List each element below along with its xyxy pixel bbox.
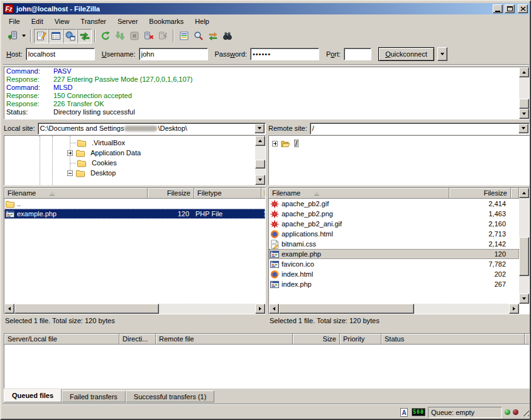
directory-comparison-button[interactable] [191, 29, 205, 43]
scrollbar-track[interactable] [519, 77, 529, 109]
remote-directory-tree[interactable]: / [268, 135, 530, 185]
collapse-icon[interactable] [67, 170, 73, 176]
resize-grip[interactable] [521, 408, 529, 416]
toggle-local-tree-button[interactable] [48, 29, 63, 43]
username-input[interactable] [139, 48, 208, 60]
maximize-button[interactable] [505, 4, 515, 13]
scrollbar-thumb[interactable] [255, 160, 265, 169]
column-header-filename[interactable]: Filename [4, 188, 148, 199]
quickconnect-dropdown[interactable] [437, 47, 447, 61]
file-row[interactable]: index.html202 [269, 269, 519, 279]
toggle-transfer-queue-button[interactable] [77, 29, 92, 43]
menu-file[interactable]: File [3, 16, 26, 26]
scrollbar-thumb[interactable] [14, 304, 159, 314]
disconnect-button[interactable] [141, 29, 156, 43]
menu-help[interactable]: Help [189, 16, 215, 26]
scroll-left-button[interactable] [269, 304, 279, 314]
scroll-up-button[interactable] [255, 136, 265, 146]
minimize-button[interactable] [493, 4, 503, 13]
scroll-down-button[interactable] [519, 294, 529, 304]
local-directory-tree[interactable]: .VirtualBox Application Data Cookies Des… [4, 135, 266, 185]
process-queue-button[interactable] [112, 29, 127, 43]
scroll-right-button[interactable] [255, 304, 265, 314]
directory-filters-button[interactable] [177, 29, 191, 43]
speed-limit-icon[interactable]: 560 [412, 408, 425, 416]
scroll-down-button[interactable] [519, 109, 529, 119]
queue-column-status[interactable]: Status [381, 334, 525, 345]
queue-empty-area[interactable] [4, 345, 529, 388]
toggle-remote-tree-button[interactable] [63, 29, 77, 43]
file-row-example-php[interactable]: example.php 120 PHP File 1 [4, 209, 265, 219]
tab-failed-transfers[interactable]: Failed transfers [62, 390, 126, 402]
column-header-last-modified[interactable]: L [261, 188, 266, 199]
scrollbar-track[interactable] [14, 304, 255, 314]
toggle-message-log-button[interactable] [34, 29, 48, 43]
queue-column-size[interactable]: Size [293, 334, 340, 345]
file-row[interactable]: apache_pb2.gif2,414 [269, 199, 519, 209]
tree-item-root[interactable]: / [272, 138, 298, 148]
find-files-button[interactable] [220, 29, 234, 43]
file-row[interactable]: favicon.ico7,782 [269, 259, 519, 269]
port-input[interactable] [344, 48, 371, 60]
synchronized-browsing-button[interactable] [205, 29, 220, 43]
scroll-left-button[interactable] [4, 304, 14, 314]
menu-transfer[interactable]: Transfer [75, 16, 112, 26]
local-tree-scrollbar[interactable] [255, 136, 265, 185]
tree-item-cookies[interactable]: Cookies [76, 158, 118, 168]
expand-icon[interactable] [272, 141, 278, 146]
refresh-button[interactable] [98, 29, 112, 43]
column-header-filesize[interactable]: Filesize [449, 188, 511, 199]
file-row[interactable]: applications.html2,713 [269, 229, 519, 239]
tree-item-virtualbox[interactable]: .VirtualBox [76, 138, 126, 148]
quickconnect-button[interactable]: Quickconnect [378, 47, 434, 61]
column-header-filesize[interactable]: Filesize [148, 188, 194, 199]
scrollbar-thumb[interactable] [519, 99, 529, 109]
message-log[interactable]: Command:PASV Response:227 Entering Passi… [4, 67, 530, 119]
reconnect-button[interactable] [156, 29, 170, 43]
transfer-type-ascii-icon[interactable] [399, 407, 409, 417]
scrollbar-thumb[interactable] [519, 237, 529, 276]
scroll-up-button[interactable] [519, 67, 529, 77]
file-row-parent-dir[interactable]: .. [4, 199, 265, 209]
queue-column-direction[interactable]: Directi... [119, 334, 156, 345]
file-row[interactable]: index.php267 [269, 279, 519, 289]
tree-item-application-data[interactable]: Application Data [67, 148, 142, 158]
scrollbar-track[interactable] [279, 304, 509, 314]
scrollbar-thumb[interactable] [279, 304, 414, 314]
local-site-combobox[interactable]: C:\Documents and Settings\Desktop\ [38, 123, 266, 135]
file-row[interactable]: bitnami.css2,142 [269, 239, 519, 249]
host-input[interactable] [26, 48, 95, 60]
tab-successful-transfers[interactable]: Successful transfers (1) [126, 390, 215, 402]
title-bar[interactable]: Fz john@localhost - FileZilla [3, 3, 529, 14]
combo-dropdown-button[interactable] [518, 124, 528, 133]
file-row[interactable]: apache_pb2_ani.gif2,160 [269, 219, 519, 229]
combo-dropdown-button[interactable] [255, 124, 265, 133]
log-scrollbar[interactable] [519, 67, 529, 119]
local-list-hscrollbar[interactable] [4, 304, 265, 314]
password-input[interactable] [250, 48, 319, 60]
file-row[interactable]: apache_pb2.png1,463 [269, 209, 519, 219]
menu-bookmarks[interactable]: Bookmarks [143, 16, 189, 26]
scrollbar-track[interactable] [255, 146, 265, 175]
queue-column-remote-file[interactable]: Remote file [156, 334, 293, 345]
scroll-down-button[interactable] [255, 175, 265, 185]
menu-server[interactable]: Server [112, 16, 143, 26]
scroll-right-button[interactable] [509, 304, 519, 314]
remote-list-vscrollbar[interactable] [519, 188, 529, 304]
queue-column-priority[interactable]: Priority [340, 334, 381, 345]
expand-icon[interactable] [67, 150, 73, 156]
close-button[interactable] [518, 4, 528, 13]
site-manager-button[interactable] [5, 29, 19, 43]
menu-edit[interactable]: Edit [26, 16, 49, 26]
remote-site-combobox[interactable]: / [310, 123, 530, 135]
scrollbar-track[interactable] [519, 198, 529, 294]
remote-list-hscrollbar[interactable] [269, 304, 519, 314]
menu-view[interactable]: View [49, 16, 75, 26]
tree-item-desktop[interactable]: Desktop [67, 168, 117, 178]
tab-queued-files[interactable]: Queued files [4, 389, 62, 402]
site-manager-dropdown[interactable] [19, 29, 28, 43]
cancel-operation-button[interactable] [127, 29, 141, 43]
queue-column-server-local-file[interactable]: Server/Local file [4, 334, 119, 345]
column-header-filetype[interactable]: Filetype [194, 188, 261, 199]
scroll-up-button[interactable] [519, 188, 529, 198]
